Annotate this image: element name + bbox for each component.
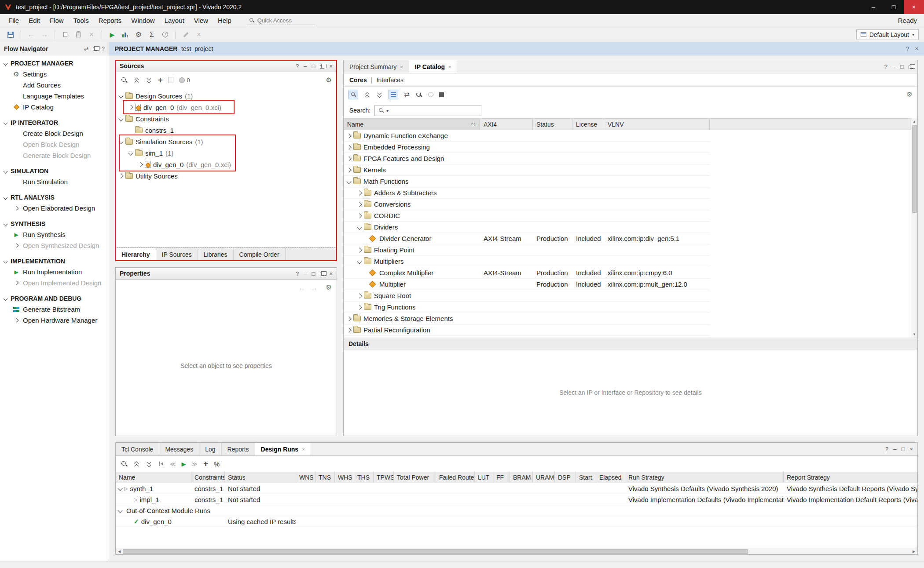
- ip-row-square-root[interactable]: Square Root: [344, 290, 710, 302]
- properties-panel-header[interactable]: Properties ? – □ ×: [116, 268, 337, 280]
- swap-icon[interactable]: ⇄: [84, 46, 88, 52]
- minimize-icon[interactable]: –: [304, 63, 307, 69]
- menu-tools[interactable]: Tools: [69, 15, 94, 26]
- ip-row-partial-reconfiguration[interactable]: Partial Reconfiguration: [344, 324, 710, 336]
- chevron-right-icon[interactable]: [346, 167, 351, 172]
- redo-button[interactable]: →: [39, 29, 50, 40]
- run-row-impl-1[interactable]: ▷impl_1constrs_1Not startedVivado Implem…: [116, 494, 917, 505]
- copy-button[interactable]: [60, 29, 70, 40]
- flow-section-header-rtl-analysis[interactable]: RTL ANALYSIS: [0, 192, 109, 203]
- chevron-right-icon[interactable]: [357, 213, 362, 218]
- tab-ip-catalog[interactable]: IP Catalog×: [409, 60, 458, 73]
- flownav-item-run-implementation[interactable]: ▶Run Implementation: [0, 266, 109, 277]
- minimize-icon[interactable]: –: [893, 446, 896, 452]
- chevron-down-icon[interactable]: [118, 116, 123, 121]
- percentage-toggle-icon[interactable]: %: [214, 460, 220, 468]
- menu-flow[interactable]: Flow: [45, 15, 69, 26]
- column-header-whs[interactable]: WHS: [335, 472, 354, 483]
- chevron-right-icon[interactable]: [346, 316, 351, 321]
- details-header[interactable]: Details: [344, 338, 917, 350]
- flownav-item-create-block-design[interactable]: Create Block Design: [0, 128, 109, 139]
- close-icon[interactable]: ×: [909, 446, 913, 452]
- chevron-right-icon[interactable]: [357, 190, 362, 195]
- maximize-icon[interactable]: □: [312, 270, 315, 277]
- expand-all-icon[interactable]: [376, 91, 383, 98]
- ip-search-input[interactable]: [390, 107, 478, 114]
- menu-help[interactable]: Help: [213, 15, 236, 26]
- chevron-right-icon[interactable]: [357, 202, 362, 207]
- tree-item-constraints[interactable]: Constraints: [116, 113, 337, 124]
- open-file-icon[interactable]: [169, 77, 173, 83]
- chevron-right-icon[interactable]: [346, 156, 351, 161]
- flow-section-header-project-manager[interactable]: PROJECT MANAGER: [0, 58, 109, 69]
- ip-row-floating-point[interactable]: Floating Point: [344, 244, 710, 256]
- gear-icon[interactable]: ⚙: [326, 76, 332, 84]
- tree-item-sim-1[interactable]: sim_1 (1): [116, 147, 337, 159]
- menu-edit[interactable]: Edit: [24, 15, 45, 26]
- forward-icon[interactable]: →: [311, 284, 318, 291]
- step-back-icon[interactable]: ≪: [170, 461, 176, 467]
- back-icon[interactable]: ←: [299, 284, 305, 291]
- collapse-all-icon[interactable]: [364, 91, 370, 98]
- chevron-right-icon[interactable]: [357, 248, 362, 252]
- create-run-icon[interactable]: +: [203, 460, 208, 468]
- chevron-right-icon[interactable]: [346, 328, 351, 332]
- flownav-item-generate-bitstream[interactable]: Generate Bitstream: [0, 304, 109, 315]
- chevron-down-icon[interactable]: [4, 195, 8, 200]
- scrollbar-thumb[interactable]: [912, 125, 917, 213]
- menu-reports[interactable]: Reports: [94, 15, 127, 26]
- chevron-down-icon[interactable]: [118, 93, 123, 98]
- column-header-license[interactable]: License: [572, 119, 604, 130]
- column-header-failed-routes[interactable]: Failed Routes: [436, 472, 475, 483]
- ip-row-multipliers[interactable]: Multipliers: [344, 256, 710, 267]
- search-icon[interactable]: [121, 460, 128, 467]
- run-row-div-gen-0[interactable]: ✓div_gen_0Using cached IP results: [116, 516, 917, 527]
- undo-button[interactable]: ←: [26, 29, 37, 40]
- flow-section-header-ip-integrator[interactable]: IP INTEGRATOR: [0, 117, 109, 128]
- help-icon[interactable]: ?: [884, 63, 887, 70]
- column-header-uram[interactable]: URAM: [533, 472, 555, 483]
- run-row-out-of-context-module-runs[interactable]: Out-of-Context Module Runs: [116, 505, 917, 516]
- menu-file[interactable]: File: [4, 15, 24, 26]
- paste-button[interactable]: [73, 29, 84, 40]
- close-tab-icon[interactable]: ×: [302, 447, 304, 452]
- ip-row-complex-multiplier[interactable]: Complex MultiplierAXI4-StreamProductionI…: [344, 267, 710, 279]
- ip-row-memories-storage-elements[interactable]: Memories & Storage Elements: [344, 313, 710, 324]
- pending-circle-icon[interactable]: [428, 92, 433, 97]
- run-row-synth-1[interactable]: ▷synth_1constrs_1Not startedVivado Synth…: [116, 483, 917, 494]
- menu-view[interactable]: View: [189, 15, 213, 26]
- chevron-right-icon[interactable]: [14, 318, 18, 323]
- timing-button[interactable]: [160, 29, 170, 40]
- column-header-constraints[interactable]: Constraints: [191, 472, 225, 483]
- minimize-icon[interactable]: –: [304, 270, 307, 277]
- chevron-down-icon[interactable]: [4, 222, 8, 226]
- chevron-right-icon[interactable]: [357, 293, 362, 298]
- tab-tcl-console[interactable]: Tcl Console: [116, 443, 159, 455]
- compare-icon[interactable]: ⇄: [404, 91, 410, 98]
- tree-item-div-gen-0[interactable]: div_gen_0 (div_gen_0.xci): [116, 159, 337, 170]
- column-header-start[interactable]: Start: [576, 472, 596, 483]
- help-icon[interactable]: ?: [102, 46, 105, 52]
- column-header-dsp[interactable]: DSP: [555, 472, 576, 483]
- column-header-ths[interactable]: THS: [354, 472, 374, 483]
- window-close-button[interactable]: ×: [904, 0, 924, 14]
- maximize-icon[interactable]: □: [312, 63, 315, 69]
- chevron-down-icon[interactable]: [117, 486, 122, 491]
- ip-search-box[interactable]: ▾: [374, 105, 481, 116]
- customize-ip-icon[interactable]: [415, 91, 422, 98]
- flownav-item-add-sources[interactable]: Add Sources: [0, 80, 109, 91]
- tab-reports[interactable]: Reports: [222, 443, 255, 455]
- column-header-report-strategy[interactable]: Report Strategy: [784, 472, 917, 483]
- ip-row-conversions[interactable]: Conversions: [344, 199, 710, 210]
- chevron-down-icon[interactable]: [357, 259, 362, 264]
- column-header-axi4[interactable]: AXI4: [480, 119, 533, 130]
- float-icon[interactable]: [909, 66, 913, 69]
- scroll-right-icon[interactable]: ▶: [910, 550, 917, 553]
- column-header-tns[interactable]: TNS: [315, 472, 335, 483]
- cancel-button[interactable]: ×: [194, 29, 204, 40]
- chevron-down-icon[interactable]: [118, 139, 123, 144]
- help-icon[interactable]: ?: [296, 270, 299, 277]
- close-icon[interactable]: ×: [329, 63, 333, 69]
- settings-button[interactable]: ⚙: [133, 29, 144, 40]
- flownav-item-open-synthesized-design[interactable]: Open Synthesized Design: [0, 240, 109, 251]
